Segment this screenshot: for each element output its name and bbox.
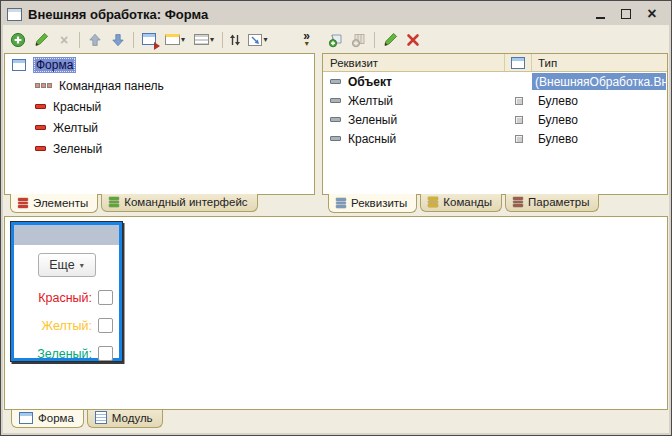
form-preview-titlebar [14, 225, 119, 245]
form-preview-body: Еще ▾ Красный: Желтый: Зеленый: [14, 245, 119, 361]
arrow-up-icon [87, 32, 103, 48]
swap-arrows-icon [227, 32, 243, 48]
form-icon [511, 57, 525, 69]
use-flag-box[interactable] [515, 97, 523, 105]
chevron-down-icon: ▾ [210, 35, 214, 44]
tab-label: Реквизиты [351, 197, 407, 209]
attribute-name: Объект [348, 75, 392, 89]
close-icon: × [647, 9, 656, 19]
attribute-name: Желтый [348, 94, 393, 108]
edit-attribute-button[interactable] [379, 29, 401, 51]
move-up-button[interactable] [84, 29, 106, 51]
table-header: Реквизит Тип [323, 54, 667, 72]
tree-item-green[interactable]: Зеленый [5, 138, 314, 159]
panel-splitter[interactable] [317, 26, 320, 215]
type-cell[interactable]: Булево [532, 113, 578, 127]
add-attribute-button[interactable] [325, 29, 347, 51]
gray-dash-icon [330, 79, 341, 84]
tree-item-label: Желтый [53, 121, 98, 135]
stack-icon [18, 198, 28, 208]
display-mode-button[interactable]: ▾ [161, 29, 189, 51]
use-flag-box[interactable] [515, 116, 523, 124]
type-cell[interactable]: Булево [532, 132, 578, 146]
tree-item-form[interactable]: Форма [5, 54, 314, 75]
field-row-red: Красный: [20, 290, 113, 305]
attributes-table: Реквизит Тип Объект (ВнешняяОбработка.Вн… [322, 53, 668, 195]
tab-elements[interactable]: Элементы [10, 194, 98, 213]
tab-label: Модуль [112, 412, 153, 424]
tab-module[interactable]: Модуль [87, 409, 163, 428]
checkbox-green[interactable] [98, 346, 113, 361]
toolbar-separator [79, 32, 80, 48]
check-elements-button[interactable] [138, 29, 160, 51]
stack-icon [428, 197, 438, 207]
form-icon [19, 412, 33, 424]
chevron-down-icon: ▾ [263, 35, 267, 44]
field-label: Красный: [20, 291, 92, 305]
table-row-yellow[interactable]: Желтый Булево [323, 91, 667, 110]
add-button[interactable] [7, 29, 29, 51]
use-flag-box[interactable] [515, 135, 523, 143]
tab-requisites[interactable]: Реквизиты [328, 194, 417, 213]
toolbar-separator [222, 32, 223, 48]
bottom-tab-strip: Форма Модуль [3, 410, 669, 433]
minimize-button[interactable] [593, 7, 607, 21]
attributes-tab-strip: Реквизиты Команды Параметры [322, 195, 668, 215]
red-dash-icon [35, 104, 46, 109]
window-controls: × [593, 7, 665, 21]
type-cell-selected[interactable]: (ВнешняяОбработка.Вн... [532, 73, 666, 90]
swap-order-button[interactable] [227, 29, 243, 51]
checkbox-yellow[interactable] [98, 318, 113, 333]
monitor-icon [165, 34, 180, 45]
delete-icon: × [60, 34, 68, 46]
tab-commands[interactable]: Команды [420, 194, 502, 212]
form-icon [12, 59, 26, 71]
more-button-label: Еще [49, 258, 74, 272]
elements-toolbar: × ▾ ▾ [4, 26, 315, 53]
add-icon [10, 32, 26, 48]
elements-tab-strip: Элементы Командный интерфейс [4, 195, 315, 215]
minimize-icon [596, 17, 605, 19]
tree-item-label: Зеленый [53, 142, 102, 156]
tree-item-red[interactable]: Красный [5, 96, 314, 117]
column-header-type[interactable]: Тип [532, 57, 667, 69]
layout-mode-button[interactable]: ▾ [190, 29, 218, 51]
command-bar-icon [35, 83, 52, 88]
more-commands-button[interactable]: » ▾ [303, 32, 310, 48]
close-button[interactable]: × [645, 7, 659, 21]
table-row-object[interactable]: Объект (ВнешняяОбработка.Вн... [323, 72, 667, 91]
stack-icon [513, 197, 523, 207]
field-label: Зеленый: [20, 347, 92, 361]
form-preview-box[interactable]: Еще ▾ Красный: Желтый: Зеленый: [10, 221, 123, 362]
move-down-button[interactable] [107, 29, 129, 51]
column-header-flag[interactable] [505, 54, 532, 71]
delete-attribute-button[interactable] [402, 29, 424, 51]
tab-label: Командный интерфейс [124, 196, 247, 208]
resize-mode-button[interactable]: ▾ [244, 29, 272, 51]
top-section: × ▾ ▾ [3, 25, 669, 215]
stack-icon [109, 197, 119, 207]
table-row-red[interactable]: Красный Булево [323, 129, 667, 148]
tree-item-label: Красный [53, 100, 101, 114]
maximize-icon [621, 9, 631, 19]
tab-form[interactable]: Форма [11, 409, 84, 428]
checkbox-red[interactable] [98, 290, 113, 305]
tree-item-command-bar[interactable]: Командная панель [5, 75, 314, 96]
column-header-requisite[interactable]: Реквизит [323, 54, 505, 71]
add-column-button-disabled[interactable] [348, 29, 370, 51]
type-cell[interactable]: Булево [532, 94, 578, 108]
tab-parameters[interactable]: Параметры [505, 194, 599, 212]
red-dash-icon [35, 125, 46, 130]
field-label: Желтый: [20, 319, 92, 333]
gray-dash-icon [330, 98, 341, 103]
elements-panel: × ▾ ▾ [4, 26, 315, 215]
delete-button-disabled[interactable]: × [53, 29, 75, 51]
maximize-button[interactable] [619, 7, 633, 21]
chevron-down-icon: ▾ [80, 261, 84, 270]
edit-button[interactable] [30, 29, 52, 51]
tree-item-yellow[interactable]: Желтый [5, 117, 314, 138]
more-button[interactable]: Еще ▾ [38, 253, 96, 277]
tab-command-interface[interactable]: Командный интерфейс [101, 194, 257, 212]
table-row-green[interactable]: Зеленый Булево [323, 110, 667, 129]
toolbar-separator [374, 32, 375, 48]
